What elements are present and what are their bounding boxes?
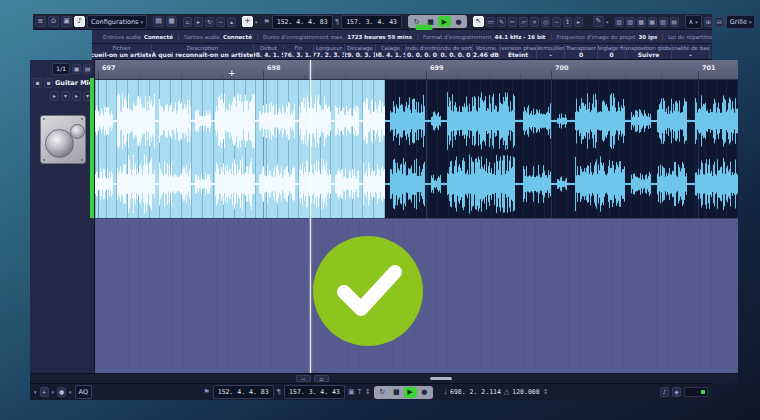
audition-volume-button[interactable]: ~: [216, 17, 225, 27]
cycle-button[interactable]: ↻: [376, 387, 389, 398]
mixconsole-icon[interactable]: ≡: [35, 16, 46, 27]
tool-erase-icon[interactable]: ▱: [519, 17, 528, 27]
camera-icon[interactable]: ▣: [72, 64, 81, 74]
track-solo-button[interactable]: ▪: [44, 78, 53, 88]
grid-view-4-icon[interactable]: ▦: [648, 17, 657, 27]
status-audio-outputs[interactable]: Sorties audioConnecté: [179, 34, 258, 40]
monitor-icon[interactable]: ▤: [83, 64, 92, 74]
editor-note-icon[interactable]: ♪: [74, 16, 85, 27]
locator-right-icon[interactable]: ¶: [335, 18, 339, 26]
solo-editor-button[interactable]: ▫: [183, 17, 192, 27]
position-time-display[interactable]: 152. 4. 4. 83: [272, 15, 333, 29]
color-tool-icon[interactable]: ✎: [593, 16, 604, 27]
crosshair-tool-button[interactable]: +: [242, 16, 253, 27]
studio-camera-icon[interactable]: ▦: [166, 16, 177, 27]
snap-type-icon[interactable]: ⊟: [715, 17, 724, 27]
snap-on-icon[interactable]: ⊞: [704, 17, 713, 27]
studio-monitor-icon[interactable]: ▤: [153, 16, 164, 27]
grid-view-2-icon[interactable]: ▨: [626, 17, 635, 27]
zoom-out-button[interactable]: −: [296, 375, 311, 382]
info-line: Fichiercueil-on un artiste DescriptionÀ …: [92, 44, 712, 60]
window-layout-icon[interactable]: ⊙: [48, 16, 59, 27]
audition-loop-button[interactable]: ↻: [205, 17, 214, 27]
grid-dropdown[interactable]: Grille ▾: [726, 15, 756, 29]
status-record-time[interactable]: Durée d'enregistrement max.1723 heures 5…: [258, 34, 418, 40]
info-col-length: Longueur377. 2. 3. 33: [314, 44, 345, 59]
play-button[interactable]: ▶: [404, 387, 417, 398]
midi-activity-icon[interactable]: ◈: [672, 387, 681, 397]
tool-listen-icon[interactable]: ▸: [574, 17, 583, 27]
zoom-preset-button[interactable]: ▫: [314, 375, 329, 382]
grid-view-1-icon[interactable]: ▥: [615, 17, 624, 27]
metronome-icon[interactable]: △: [504, 388, 509, 396]
crosshair-snap-icon[interactable]: +: [40, 387, 49, 397]
status-pan-law[interactable]: Loi de répartition stéréo du projetÉnerg…: [663, 34, 712, 40]
track-option-3-button[interactable]: ▸: [72, 91, 81, 101]
ruler-tick-label: 700: [555, 64, 569, 72]
grid-view-3-icon[interactable]: ▩: [637, 17, 646, 27]
letter-t-icon[interactable]: T: [358, 388, 362, 396]
speaker-tweeter: [70, 124, 85, 139]
status-frame-rate[interactable]: Fréquence d'image du projet30 ips: [552, 34, 664, 40]
lock-icon[interactable]: ▣: [348, 388, 355, 396]
ruler-minor-tick: [520, 75, 521, 79]
tool-mute-icon[interactable]: ×: [530, 17, 539, 27]
info-col-transpose: Transposer0: [565, 44, 598, 59]
track-buttons-row: ▸ ▾ ▸ ▾: [50, 91, 92, 101]
cycle-time-display[interactable]: 157. 3. 4. 43: [341, 15, 402, 29]
bottom-cycle-display[interactable]: 157. 3. 4. 43: [284, 385, 345, 399]
chevron-down-icon[interactable]: ▾: [69, 389, 72, 395]
tool-zoom-icon[interactable]: ◎: [541, 17, 550, 27]
tool-select-icon[interactable]: ↖: [473, 16, 484, 27]
tool-stretch-icon[interactable]: ↕: [563, 17, 572, 27]
play-button[interactable]: ▶: [438, 16, 451, 27]
playhead-cursor[interactable]: [310, 60, 311, 373]
tempo-display[interactable]: 120.000: [512, 388, 539, 396]
autoscroll-button[interactable]: ▴: [227, 17, 236, 27]
tempo-stepper-icon[interactable]: ↕: [543, 388, 549, 396]
waveform-display[interactable]: [95, 80, 738, 218]
chevron-down-icon[interactable]: ▾: [606, 19, 609, 25]
scrollbar-thumb[interactable]: [430, 377, 452, 380]
ruler[interactable]: 697698699700701: [95, 60, 738, 80]
ruler-tick: [98, 71, 99, 79]
track-mute-button[interactable]: ▪: [33, 78, 42, 88]
status-record-format[interactable]: Format d'enregistrement44.1 kHz - 16 bit: [418, 34, 552, 40]
tool-scrub-icon[interactable]: ~: [552, 17, 561, 27]
options-dropdown-icon[interactable]: ▾: [34, 389, 37, 395]
tool-range-icon[interactable]: ▭: [486, 17, 495, 27]
tool-draw-icon[interactable]: ✎: [497, 17, 506, 27]
tool-split-icon[interactable]: ✂: [508, 17, 517, 27]
level-meter: [684, 387, 708, 397]
ruler-minor-tick: [222, 75, 223, 79]
song-position-display[interactable]: 698. 2. 2.114: [450, 388, 501, 396]
snap-mode-icon[interactable]: ●: [57, 387, 66, 397]
locator-right-icon[interactable]: ¶: [277, 388, 281, 396]
audition-play-button[interactable]: ▸: [194, 17, 203, 27]
chevron-down-icon: ▾: [140, 19, 143, 25]
bottom-position-display[interactable]: 152. 4. 4. 83: [213, 385, 274, 399]
aq-button[interactable]: AQ: [75, 385, 92, 399]
grid-view-5-icon[interactable]: ▧: [659, 17, 668, 27]
grid-view-6-icon[interactable]: ▤: [670, 17, 679, 27]
configurations-dropdown[interactable]: Configurations ▾: [87, 15, 147, 29]
chevron-down-icon[interactable]: ▾: [52, 389, 55, 395]
record-button[interactable]: ●: [418, 387, 431, 398]
inspector-icon[interactable]: ▣: [61, 16, 72, 27]
track-option-1-button[interactable]: ▸: [50, 91, 59, 101]
updown-icon[interactable]: ↕: [365, 388, 371, 396]
status-audio-inputs[interactable]: Entrées audioConnecté: [98, 34, 179, 40]
stop-button[interactable]: ■: [390, 387, 403, 398]
locator-left-icon[interactable]: ⚑: [264, 18, 270, 26]
track-option-2-button[interactable]: ▾: [61, 91, 70, 101]
chevron-down-icon[interactable]: ▾: [255, 19, 258, 25]
info-col-volume: Volume2.46 dB: [473, 44, 500, 59]
curve-type-dropdown[interactable]: ∧ ▾: [685, 15, 702, 29]
locator-left-icon[interactable]: ⚑: [203, 388, 209, 396]
audio-activity-icon[interactable]: ♪: [660, 387, 669, 397]
quarter-note-icon: ♩: [444, 388, 447, 396]
ruler-minor-tick: [345, 75, 346, 79]
record-button[interactable]: ●: [452, 16, 465, 27]
curve-icon: ∧: [689, 18, 694, 26]
chevron-down-icon: ▾: [749, 19, 752, 25]
